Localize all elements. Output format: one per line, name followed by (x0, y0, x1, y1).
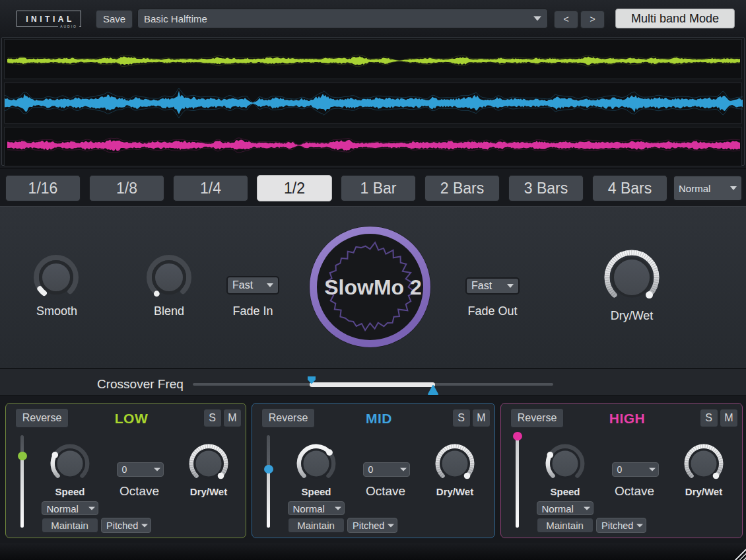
svg-text:SlowMo 2: SlowMo 2 (324, 275, 422, 299)
